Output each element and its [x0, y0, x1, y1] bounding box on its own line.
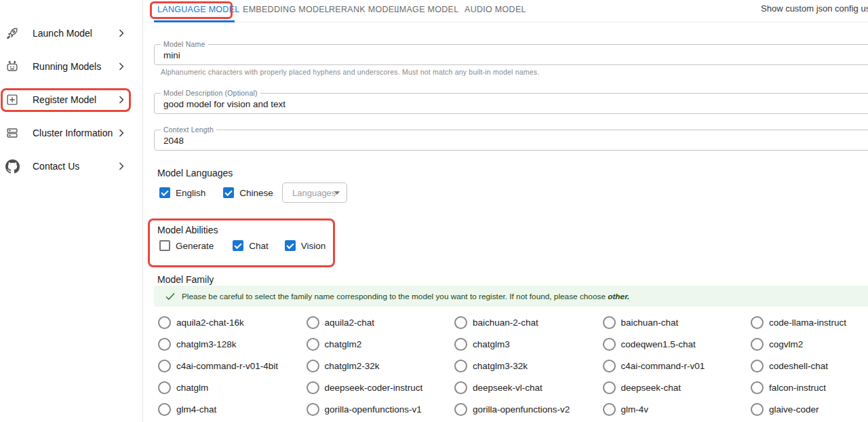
radio-icon [307, 316, 319, 329]
chevron-right-icon [115, 26, 128, 40]
radio-icon [603, 316, 616, 329]
radio-icon [307, 338, 319, 351]
model-family-option-chatglm3-32k[interactable]: chatglm3-32k [450, 355, 599, 377]
radio-icon [603, 381, 616, 394]
model-family-option-gorilla-openfunctions-v2[interactable]: gorilla-openfunctions-v2 [450, 398, 599, 420]
model-family-option-glaive-coder[interactable]: glaive-coder [747, 398, 868, 420]
model-family-option-c4ai-command-r-v01-4bit[interactable]: c4ai-command-r-v01-4bit [154, 355, 302, 377]
radio-icon [454, 360, 467, 372]
model-family-option-chatglm[interactable]: chatglm [154, 377, 302, 398]
radio-icon [158, 381, 171, 394]
model-languages-title: Model Languages [157, 168, 233, 178]
radio-icon [307, 360, 319, 372]
chat-checkbox-label[interactable]: Chat [249, 241, 269, 251]
context-length-field[interactable]: Context Length [154, 130, 868, 151]
radio-icon [454, 338, 467, 351]
radio-icon [307, 403, 319, 416]
radio-icon [751, 316, 764, 329]
radio-icon [307, 381, 319, 394]
chevron-right-icon [115, 60, 128, 73]
radio-icon [751, 338, 764, 351]
model-description-field[interactable]: Model Description (Optional) [154, 93, 868, 114]
model-family-option-aquila2-chat[interactable]: aquila2-chat [302, 311, 451, 333]
tab-rerank-model[interactable]: RERANK MODEL [329, 5, 399, 14]
tab-audio-model[interactable]: AUDIO MODEL [465, 5, 526, 14]
model-family-option-chatglm2-32k[interactable]: chatglm2-32k [302, 355, 451, 377]
github-icon [4, 158, 20, 174]
alert-text: Please be careful to select the family n… [182, 292, 606, 301]
caret-down-icon [334, 191, 340, 195]
model-family-option-codeshell-chat[interactable]: codeshell-chat [747, 355, 868, 377]
model-family-option-gorilla-openfunctions-v1[interactable]: gorilla-openfunctions-v1 [302, 398, 451, 420]
chinese-checkbox-label[interactable]: Chinese [239, 188, 273, 198]
model-family-option-baichuan-2-chat[interactable]: baichuan-2-chat [450, 311, 599, 333]
sidebar-item-label: Register Model [33, 94, 96, 105]
radio-icon [454, 403, 467, 416]
generate-checkbox-label[interactable]: Generate [176, 241, 214, 251]
generate-checkbox[interactable] [159, 240, 170, 251]
radio-icon [751, 381, 764, 394]
model-family-option-cogvlm2[interactable]: cogvlm2 [747, 333, 868, 355]
sidebar-item-cluster-information[interactable]: Cluster Information [0, 121, 142, 145]
radio-icon [158, 316, 171, 329]
model-family-option-code-llama-instruct[interactable]: code-llama-instruct [747, 311, 868, 333]
sidebar-item-label: Launch Model [33, 28, 92, 39]
show-custom-json-config-toggle[interactable]: Show custom json config used b [761, 3, 868, 14]
tab-embedding-model[interactable]: EMBEDDING MODEL [243, 5, 330, 14]
chevron-right-icon [115, 93, 128, 107]
radio-icon [603, 338, 616, 351]
model-description-input[interactable] [155, 94, 868, 113]
model-family-options-grid: aquila2-chat-16k aquila2-chat baichuan-2… [154, 311, 868, 420]
plus-square-icon [4, 92, 20, 108]
sidebar-item-running-models[interactable]: Running Models [0, 54, 142, 79]
model-family-option-chatglm3-128k[interactable]: chatglm3-128k [154, 333, 302, 355]
tabbar-divider [143, 22, 868, 22]
tab-image-model[interactable]: IMAGE MODEL [397, 5, 459, 14]
languages-select-placeholder: Languages [292, 188, 336, 198]
tab-language-model[interactable]: LANGUAGE MODEL [157, 5, 240, 14]
radio-icon [454, 316, 467, 329]
sidebar-item-register-model[interactable]: Register Model [0, 88, 142, 112]
model-family-option-glm4-chat[interactable]: glm4-chat [154, 398, 302, 420]
radio-icon [454, 381, 467, 394]
model-family-option-baichuan-chat[interactable]: baichuan-chat [599, 311, 747, 333]
languages-select[interactable]: Languages [282, 183, 347, 203]
model-family-option-deepseek-vl-chat[interactable]: deepseek-vl-chat [450, 377, 599, 398]
model-family-option-chatglm3[interactable]: chatglm3 [450, 333, 599, 355]
check-icon [164, 290, 176, 303]
vision-checkbox-label[interactable]: Vision [301, 241, 326, 251]
chat-checkbox[interactable] [233, 240, 243, 251]
radio-icon [158, 403, 171, 416]
model-name-helper-text: Alphanumeric characters with properly pl… [161, 68, 539, 76]
cluster-icon [4, 125, 20, 141]
model-family-alert-text: Please be careful to select the family n… [182, 292, 629, 301]
english-checkbox-label[interactable]: English [176, 188, 205, 198]
sidebar-item-contact-us[interactable]: Contact Us [0, 154, 142, 178]
radio-icon [158, 360, 171, 372]
model-family-option-aquila2-chat-16k[interactable]: aquila2-chat-16k [154, 311, 302, 333]
sidebar-item-launch-model[interactable]: Launch Model [0, 21, 142, 45]
tab-indicator [154, 20, 235, 22]
model-family-option-c4ai-command-r-v01[interactable]: c4ai-command-r-v01 [599, 355, 747, 377]
model-family-option-chatglm2[interactable]: chatglm2 [302, 333, 451, 355]
radio-icon [603, 403, 616, 416]
radio-icon [603, 360, 616, 372]
model-family-option-codeqwen1-5-chat[interactable]: codeqwen1.5-chat [599, 333, 747, 355]
robot-icon [4, 58, 20, 75]
radio-icon [158, 338, 171, 351]
vision-checkbox[interactable] [285, 240, 296, 251]
radio-icon [751, 403, 764, 416]
chinese-checkbox[interactable] [223, 187, 234, 198]
model-family-title: Model Family [157, 274, 214, 285]
sidebar-item-label: Running Models [33, 61, 101, 72]
english-checkbox[interactable] [159, 187, 170, 198]
model-family-option-deepseek-coder-instruct[interactable]: deepseek-coder-instruct [302, 377, 451, 398]
model-name-input[interactable] [155, 45, 868, 64]
model-family-option-glm-4v[interactable]: glm-4v [599, 398, 747, 420]
model-family-option-deepseek-chat[interactable]: deepseek-chat [599, 377, 747, 398]
chevron-right-icon [115, 159, 128, 173]
context-length-input[interactable] [155, 130, 868, 150]
sidebar-item-label: Cluster Information [33, 128, 113, 138]
model-family-option-falcon-instruct[interactable]: falcon-instruct [747, 377, 868, 398]
model-name-field[interactable]: Model Name [154, 44, 868, 65]
